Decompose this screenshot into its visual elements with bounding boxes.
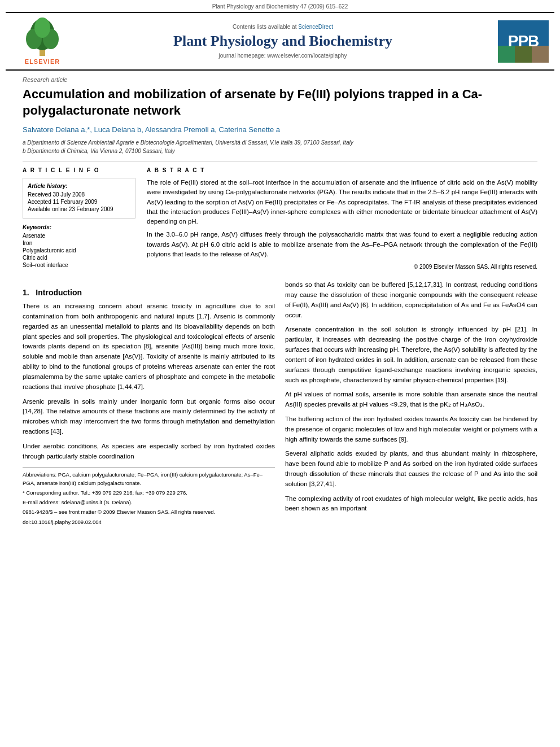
affiliation-b: b Dipartimento di Chimica, Via Vienna 2,… bbox=[23, 147, 537, 155]
affiliations: a Dipartimento di Scienze Ambientali Agr… bbox=[23, 138, 537, 155]
abstract-para-2: In the 3.0–6.0 pH range, As(V) diffuses … bbox=[147, 230, 537, 259]
abstract-para-1: The role of Fe(III) stored at the soil–r… bbox=[147, 178, 537, 226]
ppb-text: PPB bbox=[508, 32, 539, 50]
elsevier-tree-icon bbox=[23, 18, 62, 57]
article-info-col: A R T I C L E I N F O Article history: R… bbox=[23, 167, 135, 271]
footnote-issn: 0981-9428/$ – see front matter © 2009 El… bbox=[23, 508, 275, 516]
authors-line: Salvatore Deiana a,*, Luca Deiana b, Ale… bbox=[23, 125, 537, 134]
abstract-col: A B S T R A C T The role of Fe(III) stor… bbox=[147, 167, 537, 271]
right-para-1: bonds so that As toxicity can be buffere… bbox=[285, 280, 537, 320]
sciencedirect-line: Contents lists available at ScienceDirec… bbox=[73, 24, 492, 30]
section-number: 1. bbox=[23, 288, 29, 297]
elsevier-wordmark: ELSEVIER bbox=[25, 58, 60, 65]
intro-para-3: Under aerobic conditions, As species are… bbox=[23, 442, 275, 462]
footnote-email: E-mail address: sdeiana@uniss.it (S. Dei… bbox=[23, 499, 275, 506]
info-abstract-section: A R T I C L E I N F O Article history: R… bbox=[23, 161, 537, 271]
right-para-5: Several aliphatic acids exuded by plants… bbox=[285, 449, 537, 489]
footnote-section: Abbreviations: PGA, calcium polygalactur… bbox=[23, 467, 275, 526]
keyword-iron: Iron bbox=[23, 240, 135, 246]
accepted-line: Accepted 11 February 2009 bbox=[28, 199, 130, 205]
right-para-4: The buffering action of the iron hydrate… bbox=[285, 414, 537, 444]
right-para-3: At pH values of normal soils, arsenite i… bbox=[285, 390, 537, 410]
copyright-line: © 2009 Elsevier Masson SAS. All rights r… bbox=[147, 263, 537, 271]
header-banner: ELSEVIER Contents lists available at Sci… bbox=[6, 12, 554, 71]
keywords-title: Keywords: bbox=[23, 224, 135, 230]
elsevier-logo: ELSEVIER bbox=[23, 18, 62, 65]
abstract-text: The role of Fe(III) stored at the soil–r… bbox=[147, 178, 537, 271]
journal-header-center: Contents lists available at ScienceDirec… bbox=[73, 24, 492, 58]
elsevier-logo-container: ELSEVIER bbox=[11, 18, 73, 65]
history-title: Article history: bbox=[28, 183, 130, 189]
keywords-section: Keywords: Arsenate Iron Polygalacturonic… bbox=[23, 224, 135, 268]
keyword-soil-root: Soil–root interface bbox=[23, 262, 135, 268]
section-heading: Introduction bbox=[36, 288, 82, 297]
article-info-box: Article history: Received 30 July 2008 A… bbox=[23, 178, 135, 219]
journal-homepage: journal homepage: www.elsevier.com/locat… bbox=[73, 53, 492, 59]
journal-citation: Plant Physiology and Biochemistry 47 (20… bbox=[0, 0, 560, 12]
right-para-2: Arsenate concentration in the soil solut… bbox=[285, 325, 537, 385]
ppb-logo-container: PPB bbox=[492, 20, 549, 63]
body-section: 1. Introduction There is an increasing c… bbox=[23, 280, 537, 528]
body-right-col: bonds so that As toxicity can be buffere… bbox=[285, 280, 537, 528]
abstract-header: A B S T R A C T bbox=[147, 167, 537, 173]
footnote-doi: doi:10.1016/j.plaphy.2009.02.004 bbox=[23, 518, 275, 526]
ppb-logo: PPB bbox=[498, 20, 549, 63]
available-line: Available online 23 February 2009 bbox=[28, 206, 130, 212]
keyword-arsenate: Arsenate bbox=[23, 233, 135, 239]
footnote-abbreviations: Abbreviations: PGA, calcium polygalactur… bbox=[23, 471, 275, 487]
body-left-col: 1. Introduction There is an increasing c… bbox=[23, 280, 275, 528]
page-wrapper: Plant Physiology and Biochemistry 47 (20… bbox=[0, 0, 560, 747]
footnote-corresponding: * Corresponding author. Tel.: +39 079 22… bbox=[23, 489, 275, 497]
sciencedirect-link[interactable]: ScienceDirect bbox=[298, 24, 333, 30]
keyword-polygalacturonic: Polygalacturonic acid bbox=[23, 247, 135, 254]
svg-point-4 bbox=[34, 18, 50, 38]
right-col-text: bonds so that As toxicity can be buffere… bbox=[285, 280, 537, 514]
article-type-label: Research article bbox=[23, 76, 537, 83]
citation-text: Plant Physiology and Biochemistry 47 (20… bbox=[212, 3, 348, 10]
main-content: Research article Accumulation and mobili… bbox=[0, 71, 560, 539]
intro-para-1: There is an increasing concern about ars… bbox=[23, 302, 275, 392]
received-line: Received 30 July 2008 bbox=[28, 191, 130, 198]
article-title: Accumulation and mobilization of arsenat… bbox=[23, 86, 537, 119]
intro-section-title: 1. Introduction bbox=[23, 288, 275, 297]
journal-title-header: Plant Physiology and Biochemistry bbox=[73, 32, 492, 50]
right-para-6: The complexing activity of root exudates… bbox=[285, 494, 537, 514]
keyword-citric: Citric acid bbox=[23, 255, 135, 261]
affiliation-a: a Dipartimento di Scienze Ambientali Agr… bbox=[23, 138, 537, 147]
article-info-header: A R T I C L E I N F O bbox=[23, 167, 135, 173]
intro-para-2: Arsenic prevails in soils mainly under i… bbox=[23, 397, 275, 437]
intro-body-text: There is an increasing concern about ars… bbox=[23, 302, 275, 461]
